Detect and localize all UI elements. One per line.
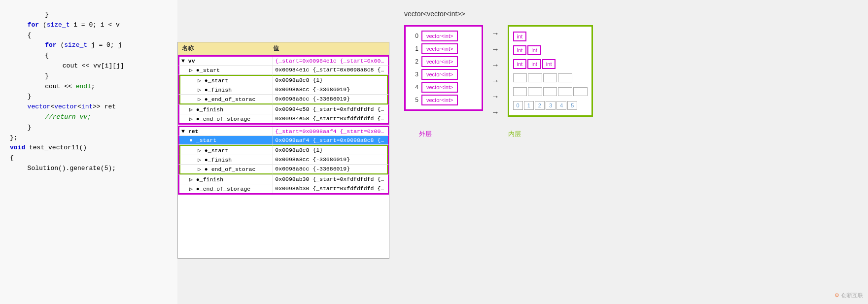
code-line: for (size_t i = 0; i < v [10, 20, 168, 31]
int-cell-num: 0 [513, 101, 523, 110]
int-cell-num: 5 [567, 101, 577, 110]
arrow-row-0: → [493, 27, 498, 41]
int-cell: int [527, 59, 541, 69]
table-row[interactable]: ▷ ●_start 0x0098a8c8 {1} [178, 145, 389, 155]
watch-name: ▼ vv [179, 57, 273, 65]
watch-name: ▼ ret [179, 127, 273, 135]
arrow-row-5: → [493, 106, 498, 120]
vector-cell: vector<int> [421, 31, 458, 41]
int-cell-empty [543, 87, 557, 96]
watch-name: ▷ ●_finish [179, 85, 273, 94]
vector-cell: vector<int> [421, 82, 458, 93]
watch-name: ▷ ●_finish [179, 155, 273, 164]
arrows-col: → → → → → → [493, 25, 498, 120]
code-line: { [10, 31, 168, 41]
table-row[interactable]: ▷ ●_finish 0x00984e58 {_start=0xfdfdfdfd… [178, 105, 389, 114]
watch-header: 名称 值 [178, 42, 389, 55]
watch-name: ▷ ● end_of_storac [179, 165, 273, 174]
arrow-icon: → [493, 108, 498, 117]
int-cell: int [513, 45, 527, 55]
inner-row-4 [513, 86, 588, 98]
watch-val: 0x0098a8cc {-33686019} [273, 85, 388, 94]
outer-row-0: 0 vector<int> [410, 31, 478, 41]
watch-val: 0x0098a8cc {-33686019} [273, 165, 388, 174]
int-cell-num: 1 [524, 101, 534, 110]
int-cell: int [542, 59, 556, 69]
watch-val: 0x0098a8c8 {1} [273, 75, 388, 85]
outer-box: 0 vector<int> 1 vector<int> 2 vector<int… [404, 25, 483, 111]
watch-name: ▷ ●_start [179, 75, 273, 85]
watch-name: ▷ ●_end_of_storage [179, 114, 273, 123]
inner-box: int int int int int int [508, 25, 593, 117]
table-row[interactable]: ▼ vv {_start=0x00984e1c {_start=0x0098a8… [178, 55, 389, 66]
code-line: { [10, 153, 168, 164]
diagram-body: 0 vector<int> 1 vector<int> 2 vector<int… [404, 25, 853, 120]
vector-cell: vector<int> [421, 56, 458, 67]
row-index: 1 [410, 45, 418, 52]
arrow-row-1: → [493, 43, 498, 57]
arrow-icon: → [493, 45, 498, 54]
code-line: } [10, 71, 168, 82]
watch-name: ▷ ●_start [179, 145, 273, 155]
outer-row-4: 4 vector<int> [410, 82, 478, 93]
table-row[interactable]: ▷ ●_finish 0x0098a8cc {-33686019} [178, 85, 389, 95]
table-row[interactable]: ▷ ●_finish 0x0098a8cc {-33686019} [178, 155, 389, 165]
code-line: } [10, 92, 168, 102]
inner-row-1: int int [513, 44, 588, 56]
arrow-row-4: → [493, 90, 498, 104]
code-line: }; [10, 133, 168, 143]
watch-name: ● _start [179, 136, 273, 144]
row-index: 2 [410, 58, 418, 65]
watch-name: ▷ ●_finish [179, 175, 273, 184]
int-cell-empty [513, 87, 527, 96]
label-inner: 内层 [508, 130, 521, 138]
table-row[interactable]: ▷ ● end_of_storac 0x0098a8cc {-33686019} [178, 165, 389, 175]
inner-row-3 [513, 72, 588, 84]
arrow-row-2: → [493, 59, 498, 72]
watch-val: {_start=0x0098aaf4 {_start=0x0098a8c8 {1… [273, 127, 388, 135]
diagram-labels: 外层 内层 [404, 130, 853, 138]
code-line: //return vv; [10, 112, 168, 123]
code-line: { [10, 51, 168, 61]
table-row[interactable]: ▷ ●_end_of_storage 0x0098ab30 {_start=0x… [178, 184, 389, 195]
table-row[interactable]: ● _start 0x0098aaf4 {_start=0x0098a8c8 {… [178, 136, 389, 145]
table-row[interactable]: ▷ ●_start 0x00984e1c {_start=0x0098a8c8 … [178, 66, 389, 75]
table-row[interactable]: ▷ ●_start 0x0098a8c8 {1} [178, 75, 389, 85]
watch-col-val: 值 [273, 44, 385, 53]
table-row[interactable]: ▷ ●_end_of_storage 0x00984e58 {_start=0x… [178, 114, 389, 125]
arrow-icon: → [493, 93, 498, 101]
int-cell: int [513, 32, 527, 41]
watermark-icon: ⚙ [834, 292, 839, 299]
watch-col-name: 名称 [182, 44, 273, 53]
label-outer: 外层 [419, 130, 432, 138]
table-row[interactable]: ▷ ●_finish 0x0098ab30 {_start=0xfdfdfdfd… [178, 175, 389, 184]
table-row[interactable]: ▷ ●_end_of_storac 0x0098a8cc {-33686019} [178, 95, 389, 105]
table-row[interactable]: ▼ ret {_start=0x0098aaf4 {_start=0x0098a… [178, 126, 389, 136]
outer-row-1: 1 vector<int> [410, 43, 478, 54]
watch-name: ▷ ●_start [179, 66, 273, 74]
row-index: 0 [410, 33, 418, 39]
watch-name: ▷ ●_end_of_storage [179, 184, 273, 193]
int-cell-num: 3 [546, 101, 556, 110]
watch-val: {_start=0x00984e1c {_start=0x0098a8c8 {1… [273, 57, 388, 65]
watch-val: 0x0098a8cc {-33686019} [273, 95, 388, 104]
watch-table: ▼ vv {_start=0x00984e1c {_start=0x0098a8… [178, 55, 389, 258]
row-index: 5 [410, 97, 418, 103]
int-cell-num: 2 [535, 101, 545, 110]
code-line: vector<vector<int>> ret [10, 102, 168, 112]
watch-val: 0x0098ab30 {_start=0xfdfdfdfd {???} _fin… [273, 184, 388, 193]
arrow-icon: → [493, 77, 498, 86]
inner-row-2: int int int [513, 58, 588, 70]
code-panel: } for (size_t i = 0; i < v { for (size_t… [0, 0, 177, 304]
arrow-row-3: → [493, 74, 498, 88]
code-line: Solution().generate(5); [10, 164, 168, 174]
inner-row-5: 0 1 2 3 4 5 [513, 100, 588, 111]
row-index: 3 [410, 71, 418, 78]
inner-row-0: int [513, 31, 588, 42]
int-cell-empty [528, 87, 542, 96]
outer-row-3: 3 vector<int> [410, 69, 478, 80]
arrow-icon: → [493, 30, 498, 38]
outer-row-2: 2 vector<int> [410, 56, 478, 67]
code-line: } [10, 123, 168, 133]
watch-val: 0x00984e58 {_start=0xfdfdfdfd {???} _fin… [273, 114, 388, 123]
